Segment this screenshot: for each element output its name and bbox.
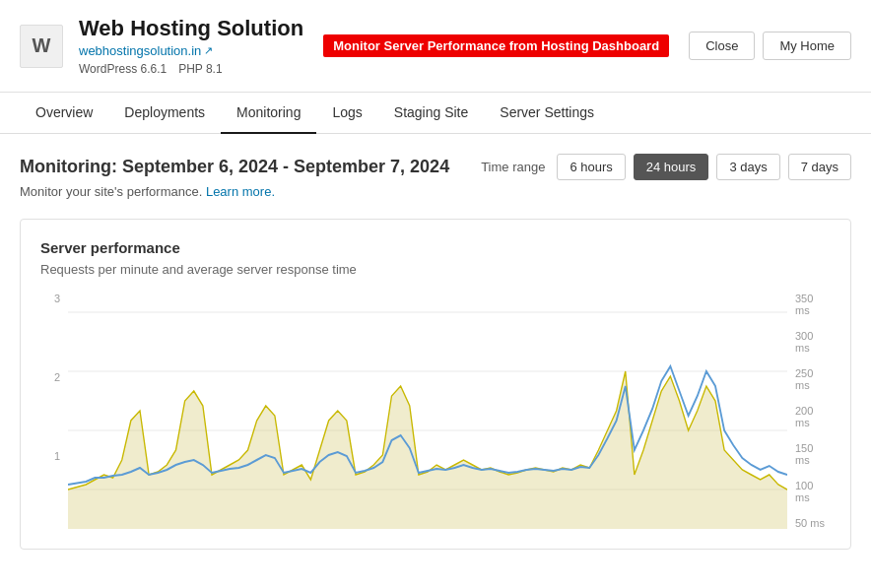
time-btn-24h[interactable]: 24 hours [634,154,709,180]
monitoring-title: Monitoring: September 6, 2024 - Septembe… [20,157,481,177]
time-btn-6h[interactable]: 6 hours [557,154,625,180]
myhome-button[interactable]: My Home [763,32,851,60]
time-range-label: Time range [481,160,545,174]
y-right-200: 200 ms [795,405,831,428]
time-btn-7d[interactable]: 7 days [788,154,851,180]
tab-deployments[interactable]: Deployments [108,93,221,134]
y-axis-left: 3 2 1 [40,293,64,529]
monitoring-header: Monitoring: September 6, 2024 - Septembe… [20,154,851,180]
tab-logs[interactable]: Logs [316,93,377,134]
promo-banner: Monitor Server Performance from Hosting … [323,34,669,57]
nav-tabs: Overview Deployments Monitoring Logs Sta… [0,93,871,134]
y-label-1: 1 [40,450,60,462]
y-label-2: 2 [40,371,60,383]
chart-subtitle: Requests per minute and average server r… [40,262,831,277]
tab-staging-site[interactable]: Staging Site [378,93,485,134]
site-title: Web Hosting Solution [79,16,323,41]
time-btn-3d[interactable]: 3 days [716,154,779,180]
header-buttons: Close My Home [689,32,851,60]
close-button[interactable]: Close [689,32,755,60]
y-right-100: 100 ms [795,480,831,503]
tab-monitoring[interactable]: Monitoring [221,93,316,134]
site-url: webhostingsolution.in ↗ [79,43,323,58]
learn-more-link[interactable]: Learn more. [206,184,275,199]
monitoring-subtitle: Monitor your site's performance. Learn m… [20,184,851,199]
time-range-group: Time range 6 hours 24 hours 3 days 7 day… [481,154,851,180]
chart-title: Server performance [40,239,831,256]
y-right-350: 350 ms [795,293,831,316]
site-logo: W [20,25,63,68]
site-meta: WordPress 6.6.1 PHP 8.1 [79,62,323,76]
y-axis-right: 350 ms 300 ms 250 ms 200 ms 150 ms 100 m… [791,293,831,529]
site-info: Web Hosting Solution webhostingsolution.… [79,16,323,76]
header: W Web Hosting Solution webhostingsolutio… [0,0,871,93]
y-right-150: 150 ms [795,442,831,466]
performance-chart [68,293,787,529]
chart-area [68,293,787,529]
chart-wrapper: 3 2 1 [40,293,831,529]
y-right-250: 250 ms [795,367,831,391]
tab-overview[interactable]: Overview [20,93,108,134]
chart-card: Server performance Requests per minute a… [20,219,851,550]
tab-server-settings[interactable]: Server Settings [484,93,610,134]
y-label-3: 3 [40,293,60,304]
external-link-icon: ↗ [204,44,213,57]
y-right-50: 50 ms [795,517,831,529]
y-right-300: 300 ms [795,330,831,354]
main-content: Monitoring: September 6, 2024 - Septembe… [0,134,871,569]
